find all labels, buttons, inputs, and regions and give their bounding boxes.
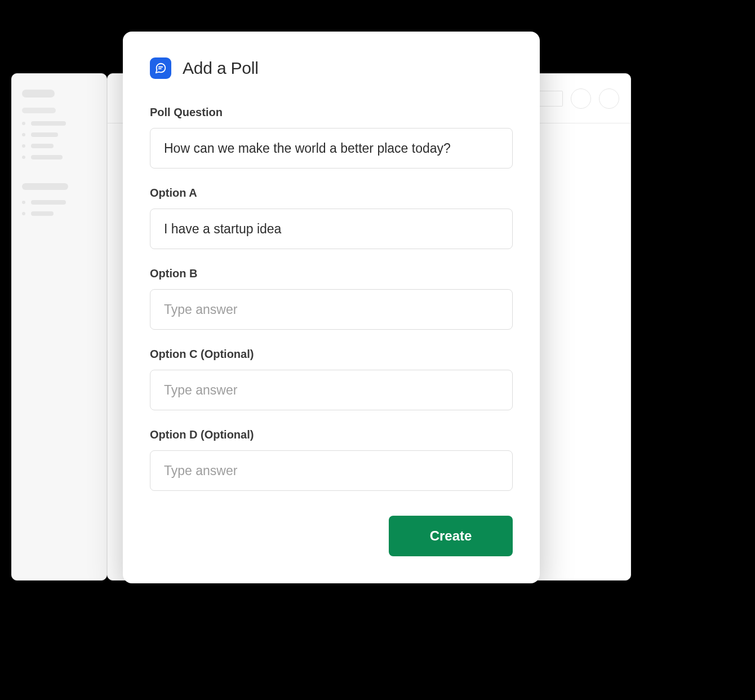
option-d-input[interactable] — [150, 450, 513, 491]
modal-title: Add a Poll — [183, 59, 259, 78]
poll-question-label: Poll Question — [150, 106, 513, 119]
add-poll-modal: Add a Poll Poll Question Option A Option… — [123, 32, 540, 583]
option-d-label: Option D (Optional) — [150, 428, 513, 441]
background-sidebar-wireframe — [11, 73, 107, 581]
option-a-input[interactable] — [150, 209, 513, 249]
create-button[interactable]: Create — [389, 516, 513, 556]
poll-question-input[interactable] — [150, 128, 513, 169]
option-c-group: Option C (Optional) — [150, 348, 513, 410]
option-d-group: Option D (Optional) — [150, 428, 513, 491]
modal-header: Add a Poll — [150, 57, 513, 79]
option-a-label: Option A — [150, 187, 513, 200]
option-b-group: Option B — [150, 267, 513, 330]
modal-actions: Create — [150, 516, 513, 556]
poll-question-group: Poll Question — [150, 106, 513, 169]
poll-icon — [150, 57, 171, 79]
option-b-input[interactable] — [150, 289, 513, 330]
option-a-group: Option A — [150, 187, 513, 249]
option-c-input[interactable] — [150, 370, 513, 410]
option-c-label: Option C (Optional) — [150, 348, 513, 361]
option-b-label: Option B — [150, 267, 513, 280]
